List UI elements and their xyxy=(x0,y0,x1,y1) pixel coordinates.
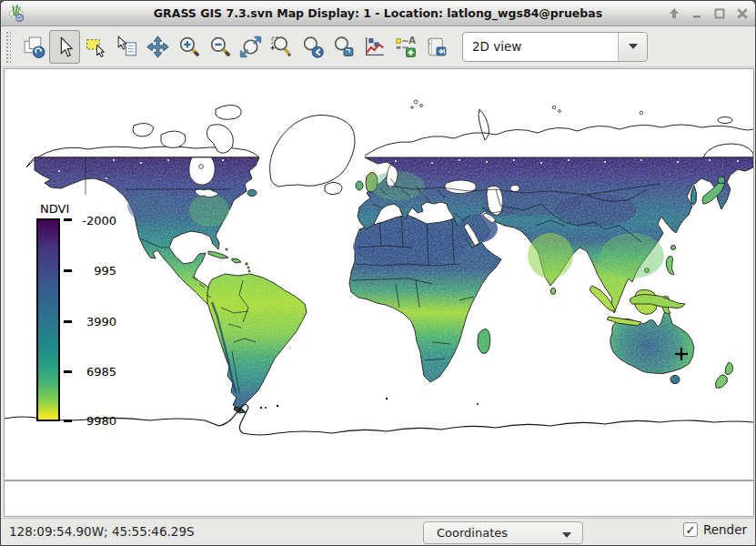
select-features-button[interactable] xyxy=(80,30,111,64)
zoom-out-button[interactable] xyxy=(204,30,235,64)
statusbar: 128:09:54.90W; 45:55:46.29S Coordinates … xyxy=(1,518,755,546)
analyze-map-button[interactable] xyxy=(358,30,389,64)
save-display-icon xyxy=(424,35,449,59)
svg-text:A: A xyxy=(408,35,416,46)
display-map-icon xyxy=(22,35,46,59)
toolbar-grip[interactable] xyxy=(5,30,11,63)
pan-icon xyxy=(146,35,170,59)
select-features-icon xyxy=(84,35,108,59)
view-mode-value: 2D view xyxy=(463,39,521,54)
map-display-window: GRASS GIS 7.3.svn Map Display: 1 - Locat… xyxy=(0,0,756,546)
window-title: GRASS GIS 7.3.svn Map Display: 1 - Locat… xyxy=(1,1,755,25)
statusbar-mode-value: Coordinates xyxy=(437,526,508,540)
chevron-down-icon xyxy=(562,532,571,542)
legend-tick-label: 9980 xyxy=(75,414,116,428)
legend-tick-mark xyxy=(64,420,72,422)
pointer-icon xyxy=(53,35,77,59)
query-tool-button[interactable] xyxy=(111,30,142,64)
close-icon[interactable] xyxy=(734,5,751,22)
legend-tick-mark xyxy=(64,370,72,373)
map-legend: NDVI -2000 995 3990 6985 9980 xyxy=(36,202,164,425)
zoom-in-button[interactable] xyxy=(173,30,204,64)
zoom-extent-icon xyxy=(238,35,263,59)
zoom-out-icon xyxy=(207,35,232,59)
legend-tick-mark xyxy=(64,320,72,323)
add-overlay-button[interactable]: A xyxy=(389,30,420,64)
window-controls xyxy=(666,1,751,26)
analyze-map-icon xyxy=(362,35,387,59)
render-label: Render xyxy=(703,522,747,537)
checkmark-icon: ✓ xyxy=(685,524,695,536)
maximize-icon[interactable] xyxy=(711,5,728,22)
pan-tool-button[interactable] xyxy=(142,30,173,64)
map-canvas[interactable]: NDVI -2000 995 3990 6985 9980 xyxy=(4,68,754,517)
chevron-down-icon xyxy=(629,44,638,54)
zoom-back-button[interactable] xyxy=(297,30,328,64)
legend-tick-label: 995 xyxy=(75,264,116,278)
legend-colorbar xyxy=(36,218,60,421)
view-mode-dropdown-button[interactable] xyxy=(618,33,647,61)
zoom-region-button[interactable] xyxy=(266,30,297,64)
titlebar[interactable]: GRASS GIS 7.3.svn Map Display: 1 - Locat… xyxy=(1,1,755,26)
arctic-islands xyxy=(411,100,643,115)
legend-tick-label: 6985 xyxy=(75,365,116,379)
view-mode-combobox[interactable]: 2D view xyxy=(462,32,648,62)
zoom-region-icon xyxy=(269,35,294,59)
save-display-button[interactable] xyxy=(420,30,451,64)
pointer-tool-button[interactable] xyxy=(49,30,80,64)
coordinate-readout: 128:09:54.90W; 45:55:46.29S xyxy=(9,524,195,539)
map-toolbar: A 2D view xyxy=(1,26,755,67)
siberian-coast-outline xyxy=(365,125,753,156)
render-checkbox[interactable]: ✓ xyxy=(683,522,698,537)
minimize-icon[interactable] xyxy=(689,5,705,22)
legend-tick-mark xyxy=(64,218,72,221)
antarctic-islands xyxy=(260,398,479,409)
zoom-extent-button[interactable] xyxy=(235,30,266,64)
shade-window-icon[interactable] xyxy=(666,5,682,22)
query-icon xyxy=(115,35,139,59)
statusbar-mode-select[interactable]: Coordinates xyxy=(423,521,583,544)
zoom-options-icon xyxy=(331,35,356,59)
legend-tick-label: 3990 xyxy=(75,315,116,329)
zoom-in-icon xyxy=(176,35,201,59)
legend-tick-label: -2000 xyxy=(75,214,116,228)
render-toggle[interactable]: ✓ Render xyxy=(683,522,747,537)
display-map-button[interactable] xyxy=(18,30,49,64)
legend-tick-mark xyxy=(64,269,72,272)
add-overlay-icon: A xyxy=(393,35,418,59)
zoom-options-button[interactable] xyxy=(328,30,358,64)
zoom-back-icon xyxy=(300,35,325,59)
